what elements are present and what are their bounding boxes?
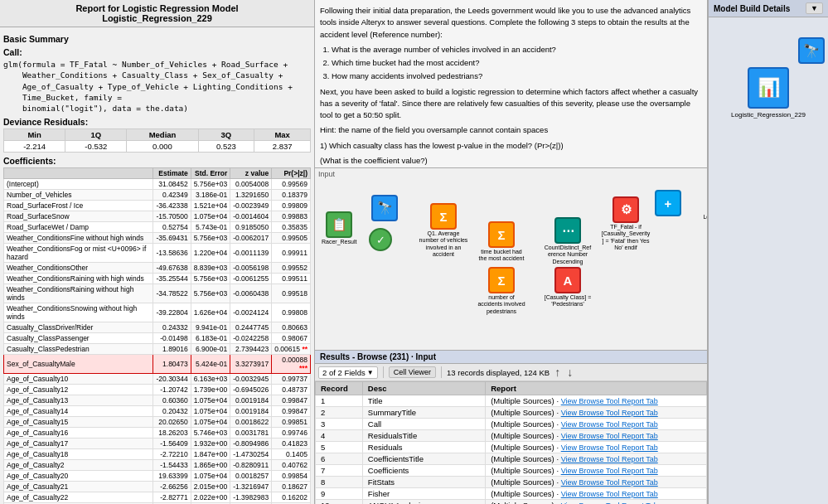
tfFatal-label: TF_Fatal - if [Casualty_Severity] = 'Fat… bbox=[601, 224, 651, 252]
next-text: Next, you have been asked to build a log… bbox=[320, 86, 702, 122]
table-row: 10ANOVAAnalysis(Multiple Sources) · View… bbox=[316, 500, 707, 505]
casualtyClass-icon: A bbox=[554, 267, 581, 293]
report-link[interactable]: View Browse Tool Report Tab bbox=[561, 432, 658, 440]
canvas-node-racerResult[interactable]: 📋Racer_Result bbox=[322, 211, 356, 245]
canvas-node-logistic[interactable]: 📊Logistic_Regression_229 bbox=[703, 187, 707, 228]
table-row: 2SummaryTitle(Multiple Sources) · View B… bbox=[316, 407, 707, 419]
sigma3-label: number of accidents involved pedestrians bbox=[477, 294, 526, 315]
checkmark-icon: ✓ bbox=[369, 228, 392, 251]
question-item: (What is the coefficient value?) bbox=[320, 155, 702, 167]
results-table: Record Desc Report 1Title(Multiple Sourc… bbox=[315, 381, 707, 504]
coeff-row: Weather_ConditionsFog or mist <U+0096> i… bbox=[4, 244, 311, 263]
instructions-panel: Following their initial data preparation… bbox=[315, 0, 707, 168]
report-link[interactable]: View Browse Tool Report Tab bbox=[561, 478, 658, 487]
table-row: 4ResidualsTitle(Multiple Sources) · View… bbox=[316, 430, 707, 442]
residuals-col-max: Max bbox=[254, 129, 311, 141]
step-item: How many accidents involved pedestrians? bbox=[332, 70, 702, 82]
coeff-row: Road_SurfaceSnow-15.705001.075e+04-0.001… bbox=[4, 211, 311, 222]
coeff-body: (Intercept)31.084525.756e+030.00540080.9… bbox=[4, 179, 311, 504]
sort-down-button[interactable]: ↓ bbox=[565, 366, 574, 379]
coeff-row: Age_of_Casualty1520.026501.075e+040.0018… bbox=[4, 417, 311, 428]
coefficients-section: Coefficients: EstimateStd. Errorz valueP… bbox=[3, 156, 311, 504]
toolbar-separator-2 bbox=[441, 366, 442, 378]
coeff-row: Age_of_Casualty2-1.544331.865e+00-0.8280… bbox=[4, 460, 311, 471]
canvas-node-binoculars1[interactable]: 🔭 bbox=[371, 195, 398, 221]
report-link[interactable]: View Browse Tool Report Tab bbox=[561, 443, 658, 452]
results-body: 1Title(Multiple Sources) · View Browse T… bbox=[316, 395, 707, 505]
countDistinct-icon: ⋯ bbox=[554, 217, 581, 244]
canvas-label: Input bbox=[315, 168, 707, 180]
left-panel-content: Basic Summary Call: glm(formula = TF_Fat… bbox=[0, 27, 314, 504]
coeff-row: Age_of_Casualty2019.633991.075e+040.0018… bbox=[4, 471, 311, 482]
logistic-model-icon[interactable]: 📊 bbox=[748, 67, 789, 109]
coefficients-label: Coefficients: bbox=[3, 156, 311, 166]
sort-up-button[interactable]: ↑ bbox=[553, 366, 562, 379]
tfFatal-icon: ⚙ bbox=[613, 196, 639, 223]
records-info: 13 records displayed, 124 KB bbox=[447, 368, 550, 377]
basic-summary-label: Basic Summary bbox=[3, 34, 311, 44]
coefficients-table: EstimateStd. Errorz valuePr(>|z|) (Inter… bbox=[3, 167, 311, 504]
coeff-row: Weather_ConditionsRaining without high w… bbox=[4, 284, 311, 303]
plus-icon: + bbox=[655, 190, 681, 216]
right-panel-dropdown-button[interactable]: ▼ bbox=[806, 2, 823, 14]
questions-list: 1) Which casualty class has the lowest p… bbox=[320, 140, 702, 169]
canvas-area[interactable]: Input 📋Racer_Result🔭✓ΣQ1. Average number… bbox=[315, 168, 707, 351]
coeff-row: Number_of_Vehicles0.423493.186e-011.3291… bbox=[4, 190, 311, 201]
coeff-row: Age_of_Casualty12-1.207421.739e+00-0.694… bbox=[4, 385, 311, 395]
cell-viewer-button[interactable]: Cell Viewer bbox=[389, 366, 436, 378]
report-link[interactable]: View Browse Tool Report Tab bbox=[561, 455, 658, 463]
casualtyClass-label: [Casualty Class] = 'Pedestrians' bbox=[543, 294, 593, 308]
countDistinct-label: CountDistinct_Reference Number Descendin… bbox=[543, 245, 593, 265]
toolbar-separator-1 bbox=[383, 366, 384, 378]
results-toolbar: 2 of 2 Fields ▼ Cell Viewer 13 records d… bbox=[315, 364, 707, 381]
coeff-row: Age_of_Casualty10-20.303446.163e+03-0.00… bbox=[4, 374, 311, 385]
canvas-node-sigma2[interactable]: Σtime bucket had the most accident bbox=[477, 221, 526, 263]
deviance-section: Deviance Residuals: Min1QMedian3QMax -2.… bbox=[3, 117, 311, 153]
middle-bottom: Results - Browse (231) · Input 2 of 2 Fi… bbox=[315, 351, 707, 504]
table-row: 3Call(Multiple Sources) · View Browse To… bbox=[316, 419, 707, 430]
canvas-node-sigma3[interactable]: Σnumber of accidents involved pedestrian… bbox=[477, 267, 526, 315]
logistic-model-label: Logistic_Regression_229 bbox=[731, 111, 806, 119]
fields-chevron-icon: ▼ bbox=[367, 369, 374, 376]
coeff-row: Age_of_Casualty18-2.722101.847e+00-1.473… bbox=[4, 449, 311, 460]
coeff-row: Age_of_Casualty21-2.662562.015e+00-1.321… bbox=[4, 482, 311, 492]
canvas-node-casualtyClass[interactable]: A[Casualty Class] = 'Pedestrians' bbox=[543, 267, 593, 308]
fields-dropdown-container[interactable]: 2 of 2 Fields ▼ bbox=[318, 366, 378, 379]
coeff-row: Weather_ConditionsSnowing without high w… bbox=[4, 303, 311, 322]
report-link[interactable]: View Browse Tool Report Tab bbox=[561, 420, 658, 429]
racerResult-label: Racer_Result bbox=[322, 239, 356, 245]
results-table-area: Record Desc Report 1Title(Multiple Sourc… bbox=[315, 381, 707, 504]
residuals-col-1q: 1Q bbox=[65, 129, 127, 141]
coeff-row: Age_of_Casualty17-1.564091.932e+00-0.809… bbox=[4, 439, 311, 449]
coeff-row: Road_SurfaceFrost / Ice-36.423381.521e+0… bbox=[4, 201, 311, 211]
canvas-node-countDistinct[interactable]: ⋯CountDistinct_Reference Number Descendi… bbox=[543, 217, 593, 265]
binoculars1-icon: 🔭 bbox=[371, 195, 398, 221]
coeff-row: Age_of_Casualty140.204321.075e+040.00191… bbox=[4, 406, 311, 417]
report-link[interactable]: View Browse Tool Report Tab bbox=[561, 490, 658, 498]
residuals-col-3q: 3Q bbox=[198, 129, 254, 141]
table-row: 9Fisher(Multiple Sources) · View Browse … bbox=[316, 488, 707, 500]
significance-stars: *** bbox=[299, 364, 307, 372]
canvas-node-sigma1[interactable]: ΣQ1. Average number of vehicles involved… bbox=[419, 203, 468, 259]
report-link[interactable]: View Browse Tool Report Tab bbox=[561, 397, 658, 405]
step-item: Which time bucket had the most accident? bbox=[332, 57, 702, 69]
canvas-nodes: 📋Racer_Result🔭✓ΣQ1. Average number of ve… bbox=[315, 180, 707, 351]
coeff-row: Casualty_ClassDriver/Rider0.243329.941e-… bbox=[4, 322, 311, 333]
canvas-node-plus[interactable]: + bbox=[655, 190, 681, 216]
results-bar: Results - Browse (231) · Input bbox=[315, 351, 707, 364]
col-desc: Desc bbox=[362, 382, 485, 395]
canvas-node-checkmark[interactable]: ✓ bbox=[369, 228, 392, 251]
table-row: 6CoefficientsTitle(Multiple Sources) · V… bbox=[316, 453, 707, 465]
report-link[interactable]: View Browse Tool Report Tab bbox=[561, 467, 658, 475]
report-link[interactable]: View Browse Tool Report Tab bbox=[561, 409, 658, 417]
binoculars-icon[interactable]: 🔭 bbox=[798, 37, 825, 64]
significance-stars: ** bbox=[302, 345, 307, 353]
coeff-row: Age_of_Casualty22-2.827712.022e+00-1.398… bbox=[4, 492, 311, 503]
residuals-col-min: Min bbox=[4, 129, 65, 141]
col-report: Report bbox=[486, 382, 707, 395]
table-row: 1Title(Multiple Sources) · View Browse T… bbox=[316, 395, 707, 407]
canvas-node-tfFatal[interactable]: ⚙TF_Fatal - if [Casualty_Severity] = 'Fa… bbox=[601, 196, 651, 252]
question-item: 1) Which casualty class has the lowest p… bbox=[320, 140, 702, 152]
racerResult-icon: 📋 bbox=[326, 211, 352, 238]
sigma2-label: time bucket had the most accident bbox=[477, 249, 526, 263]
